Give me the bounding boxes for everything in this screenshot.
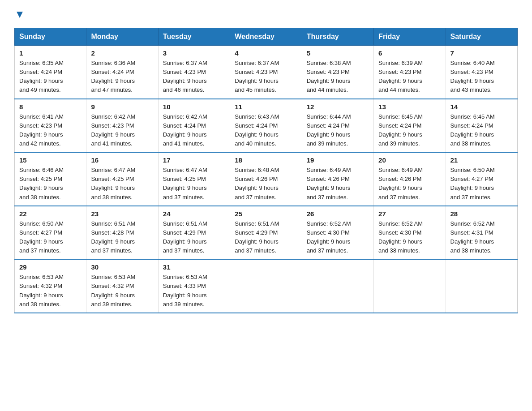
header-wednesday: Wednesday xyxy=(230,28,302,46)
header-tuesday: Tuesday xyxy=(158,28,230,46)
day-cell: 16 Sunrise: 6:47 AMSunset: 4:25 PMDaylig… xyxy=(86,152,158,206)
day-cell: 8 Sunrise: 6:41 AMSunset: 4:23 PMDayligh… xyxy=(15,99,86,153)
day-number: 2 xyxy=(91,49,153,57)
day-cell: 22 Sunrise: 6:50 AMSunset: 4:27 PMDaylig… xyxy=(15,206,86,260)
day-cell xyxy=(374,259,446,313)
day-info: Sunrise: 6:43 AMSunset: 4:24 PMDaylight:… xyxy=(235,113,279,147)
day-cell: 27 Sunrise: 6:52 AMSunset: 4:30 PMDaylig… xyxy=(374,206,446,260)
week-row-2: 8 Sunrise: 6:41 AMSunset: 4:23 PMDayligh… xyxy=(15,99,518,153)
day-number: 21 xyxy=(450,156,513,164)
header-friday: Friday xyxy=(374,28,446,46)
day-number: 23 xyxy=(91,210,153,218)
day-number: 12 xyxy=(307,103,369,111)
day-cell: 21 Sunrise: 6:50 AMSunset: 4:27 PMDaylig… xyxy=(446,152,517,206)
day-info: Sunrise: 6:36 AMSunset: 4:24 PMDaylight:… xyxy=(91,60,135,93)
day-cell: 17 Sunrise: 6:47 AMSunset: 4:25 PMDaylig… xyxy=(158,152,230,206)
day-cell: 30 Sunrise: 6:53 AMSunset: 4:32 PMDaylig… xyxy=(86,259,158,313)
day-info: Sunrise: 6:46 AMSunset: 4:25 PMDaylight:… xyxy=(19,167,64,200)
day-number: 18 xyxy=(235,156,297,164)
day-info: Sunrise: 6:53 AMSunset: 4:32 PMDaylight:… xyxy=(19,274,64,307)
day-info: Sunrise: 6:40 AMSunset: 4:23 PMDaylight:… xyxy=(450,60,495,93)
day-cell: 23 Sunrise: 6:51 AMSunset: 4:28 PMDaylig… xyxy=(86,206,158,260)
day-number: 15 xyxy=(19,156,82,164)
day-info: Sunrise: 6:49 AMSunset: 4:26 PMDaylight:… xyxy=(378,167,423,200)
day-cell xyxy=(230,259,302,313)
day-number: 24 xyxy=(163,210,225,218)
page-header xyxy=(14,11,518,20)
day-number: 8 xyxy=(19,103,82,111)
calendar-table: SundayMondayTuesdayWednesdayThursdayFrid… xyxy=(14,28,518,313)
day-number: 6 xyxy=(378,49,441,57)
day-number: 25 xyxy=(235,210,297,218)
logo xyxy=(14,11,25,20)
day-info: Sunrise: 6:49 AMSunset: 4:26 PMDaylight:… xyxy=(307,167,351,200)
day-cell: 1 Sunrise: 6:35 AMSunset: 4:24 PMDayligh… xyxy=(15,46,86,99)
day-info: Sunrise: 6:42 AMSunset: 4:23 PMDaylight:… xyxy=(91,113,135,147)
day-cell: 13 Sunrise: 6:45 AMSunset: 4:24 PMDaylig… xyxy=(374,99,446,153)
day-cell: 24 Sunrise: 6:51 AMSunset: 4:29 PMDaylig… xyxy=(158,206,230,260)
day-info: Sunrise: 6:48 AMSunset: 4:26 PMDaylight:… xyxy=(235,167,279,200)
day-number: 7 xyxy=(450,49,513,57)
day-cell: 2 Sunrise: 6:36 AMSunset: 4:24 PMDayligh… xyxy=(86,46,158,99)
day-number: 5 xyxy=(307,49,369,57)
day-cell: 14 Sunrise: 6:45 AMSunset: 4:24 PMDaylig… xyxy=(446,99,517,153)
day-cell: 29 Sunrise: 6:53 AMSunset: 4:32 PMDaylig… xyxy=(15,259,86,313)
day-info: Sunrise: 6:50 AMSunset: 4:27 PMDaylight:… xyxy=(19,220,64,254)
day-cell: 19 Sunrise: 6:49 AMSunset: 4:26 PMDaylig… xyxy=(302,152,373,206)
day-number: 22 xyxy=(19,210,82,218)
week-row-1: 1 Sunrise: 6:35 AMSunset: 4:24 PMDayligh… xyxy=(15,46,518,99)
day-number: 13 xyxy=(378,103,441,111)
day-info: Sunrise: 6:41 AMSunset: 4:23 PMDaylight:… xyxy=(19,113,64,147)
day-cell: 7 Sunrise: 6:40 AMSunset: 4:23 PMDayligh… xyxy=(446,46,517,99)
svg-marker-0 xyxy=(17,12,23,18)
day-number: 14 xyxy=(450,103,513,111)
day-info: Sunrise: 6:51 AMSunset: 4:28 PMDaylight:… xyxy=(91,220,135,254)
day-info: Sunrise: 6:44 AMSunset: 4:24 PMDaylight:… xyxy=(307,113,351,147)
day-cell: 4 Sunrise: 6:37 AMSunset: 4:23 PMDayligh… xyxy=(230,46,302,99)
day-number: 3 xyxy=(163,49,225,57)
day-number: 10 xyxy=(163,103,225,111)
header-row: SundayMondayTuesdayWednesdayThursdayFrid… xyxy=(15,28,518,46)
day-number: 29 xyxy=(19,263,82,271)
day-cell: 6 Sunrise: 6:39 AMSunset: 4:23 PMDayligh… xyxy=(374,46,446,99)
day-number: 17 xyxy=(163,156,225,164)
day-number: 9 xyxy=(91,103,153,111)
day-cell xyxy=(302,259,373,313)
day-cell: 25 Sunrise: 6:51 AMSunset: 4:29 PMDaylig… xyxy=(230,206,302,260)
day-number: 28 xyxy=(450,210,513,218)
header-sunday: Sunday xyxy=(15,28,86,46)
day-number: 26 xyxy=(307,210,369,218)
day-info: Sunrise: 6:37 AMSunset: 4:23 PMDaylight:… xyxy=(163,60,207,93)
day-info: Sunrise: 6:47 AMSunset: 4:25 PMDaylight:… xyxy=(91,167,135,200)
day-info: Sunrise: 6:47 AMSunset: 4:25 PMDaylight:… xyxy=(163,167,207,200)
day-cell: 26 Sunrise: 6:52 AMSunset: 4:30 PMDaylig… xyxy=(302,206,373,260)
header-monday: Monday xyxy=(86,28,158,46)
day-cell: 12 Sunrise: 6:44 AMSunset: 4:24 PMDaylig… xyxy=(302,99,373,153)
day-number: 4 xyxy=(235,49,297,57)
day-cell: 31 Sunrise: 6:53 AMSunset: 4:33 PMDaylig… xyxy=(158,259,230,313)
day-info: Sunrise: 6:37 AMSunset: 4:23 PMDaylight:… xyxy=(235,60,279,93)
day-info: Sunrise: 6:51 AMSunset: 4:29 PMDaylight:… xyxy=(235,220,279,254)
day-info: Sunrise: 6:42 AMSunset: 4:24 PMDaylight:… xyxy=(163,113,207,147)
day-number: 16 xyxy=(91,156,153,164)
day-cell: 9 Sunrise: 6:42 AMSunset: 4:23 PMDayligh… xyxy=(86,99,158,153)
day-cell: 3 Sunrise: 6:37 AMSunset: 4:23 PMDayligh… xyxy=(158,46,230,99)
header-thursday: Thursday xyxy=(302,28,373,46)
day-number: 20 xyxy=(378,156,441,164)
day-cell: 28 Sunrise: 6:52 AMSunset: 4:31 PMDaylig… xyxy=(446,206,517,260)
day-info: Sunrise: 6:52 AMSunset: 4:30 PMDaylight:… xyxy=(307,220,351,254)
day-cell: 11 Sunrise: 6:43 AMSunset: 4:24 PMDaylig… xyxy=(230,99,302,153)
day-info: Sunrise: 6:35 AMSunset: 4:24 PMDaylight:… xyxy=(19,60,64,93)
day-number: 30 xyxy=(91,263,153,271)
week-row-4: 22 Sunrise: 6:50 AMSunset: 4:27 PMDaylig… xyxy=(15,206,518,260)
day-cell: 15 Sunrise: 6:46 AMSunset: 4:25 PMDaylig… xyxy=(15,152,86,206)
day-number: 27 xyxy=(378,210,441,218)
day-cell xyxy=(446,259,517,313)
day-cell: 10 Sunrise: 6:42 AMSunset: 4:24 PMDaylig… xyxy=(158,99,230,153)
day-info: Sunrise: 6:45 AMSunset: 4:24 PMDaylight:… xyxy=(450,113,495,147)
day-cell: 5 Sunrise: 6:38 AMSunset: 4:23 PMDayligh… xyxy=(302,46,373,99)
day-number: 11 xyxy=(235,103,297,111)
day-info: Sunrise: 6:53 AMSunset: 4:32 PMDaylight:… xyxy=(91,274,135,307)
week-row-5: 29 Sunrise: 6:53 AMSunset: 4:32 PMDaylig… xyxy=(15,259,518,313)
header-saturday: Saturday xyxy=(446,28,517,46)
